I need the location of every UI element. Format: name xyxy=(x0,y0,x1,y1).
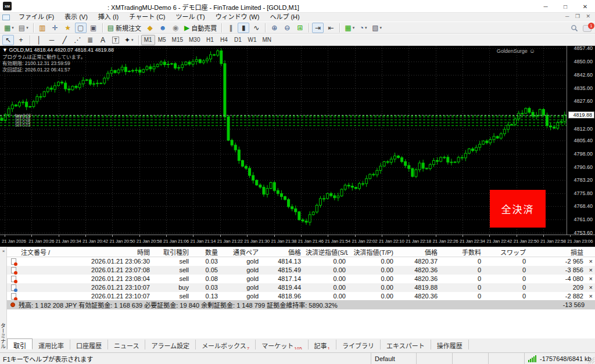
arrows-button[interactable]: ✦▾ xyxy=(123,35,135,45)
new-chart-dropdown-icon[interactable]: ▾ xyxy=(12,26,14,30)
auto-scroll-button[interactable]: ⇥ xyxy=(312,23,324,33)
tab-0[interactable]: 取引 xyxy=(7,338,33,349)
cursor-button[interactable]: ↖ xyxy=(2,35,14,45)
timeframe-M30[interactable]: M30 xyxy=(186,35,203,45)
terminal-panel-button[interactable]: ◆ xyxy=(144,23,156,33)
timeframe-H4[interactable]: H4 xyxy=(217,35,231,45)
tab-2[interactable]: 口座履歴 xyxy=(70,340,108,349)
timeframe-M15[interactable]: M15 xyxy=(169,35,186,45)
search-icon[interactable] xyxy=(571,24,578,32)
orders-header-3[interactable]: 数量 xyxy=(191,247,220,257)
terminal-vertical-tab[interactable]: ターミナル xyxy=(0,323,7,349)
chart-plot[interactable]: ▼ GOLD,M1 4818.44 4820.07 4818.41 4819.8… xyxy=(0,46,567,235)
order-close-icon[interactable]: × xyxy=(586,266,595,275)
arrows-dropdown-icon[interactable]: ▾ xyxy=(131,38,134,42)
orders-header-11[interactable]: 損益 xyxy=(528,247,586,257)
data-window-button[interactable]: ▢ xyxy=(75,23,87,33)
timeframe-M5[interactable]: M5 xyxy=(155,35,169,45)
strategy-tester-button[interactable]: ▣ xyxy=(88,23,99,33)
bar-chart-button[interactable]: ∥ xyxy=(225,23,236,33)
mql5-community-button[interactable]: ☻ xyxy=(157,23,169,33)
tile-windows-button[interactable]: ⊞ xyxy=(294,23,306,33)
candlestick-chart-button[interactable]: ▮ xyxy=(238,23,249,33)
timeframe-D1[interactable]: D1 xyxy=(231,35,245,45)
periods-button[interactable]: ◔▾ xyxy=(357,23,369,33)
crosshair-button[interactable]: + xyxy=(15,35,27,45)
profiles-button[interactable]: ▤▾ xyxy=(17,23,30,33)
timeframe-MN[interactable]: MN xyxy=(259,35,274,45)
new-order-button[interactable]: ▤新規注文 xyxy=(106,23,143,33)
profiles-dropdown-icon[interactable]: ▾ xyxy=(26,26,28,30)
orders-header-6[interactable]: 決済逆指値(S/L) xyxy=(303,247,348,257)
chart-system-icon[interactable] xyxy=(2,15,10,20)
orders-header-9[interactable]: 手数料 xyxy=(440,247,483,257)
tab-1[interactable]: 運用比率 xyxy=(33,340,70,349)
ea-smiley-icon[interactable]: ☺ xyxy=(529,48,535,54)
indicators-dropdown-icon[interactable]: ▾ xyxy=(353,26,355,30)
menu-item-6[interactable]: ヘルプ (H) xyxy=(264,13,304,21)
new-chart-button[interactable]: ▦▾ xyxy=(2,23,16,33)
menu-item-1[interactable]: 表示 (V) xyxy=(59,13,93,21)
order-row-3[interactable]: 2026.01.21 23:10:07buy0.03gold4819.440.0… xyxy=(7,283,595,292)
indicators-button[interactable]: ▦▾ xyxy=(343,23,356,33)
tab-8[interactable]: ライブラリ xyxy=(336,340,381,349)
order-row-4[interactable]: 2026.01.21 23:10:07sell0.13gold4818.960.… xyxy=(7,292,595,301)
tab-3[interactable]: ニュース xyxy=(108,340,145,349)
chart-area[interactable]: ▼ GOLD,M1 4818.44 4820.07 4818.41 4819.8… xyxy=(0,46,595,247)
fibonacci-button[interactable]: ≣ xyxy=(84,35,96,45)
templates-button[interactable]: ▧▾ xyxy=(370,23,383,33)
orders-header-8[interactable]: 価格 xyxy=(396,247,440,257)
order-row-1[interactable]: 2026.01.21 23:07:08sell0.05gold4815.490.… xyxy=(7,266,595,275)
auto-trading-button[interactable]: ▶自動売買 xyxy=(182,23,218,33)
text-button[interactable]: A xyxy=(97,35,109,45)
navigator-crosshair-button[interactable]: ✛ xyxy=(49,23,61,33)
menu-item-4[interactable]: ツール (T) xyxy=(171,13,210,21)
zoom-in-button[interactable]: ⊕ xyxy=(268,23,280,33)
terminal-close-icon[interactable]: × xyxy=(1,248,6,254)
order-close-icon[interactable]: × xyxy=(586,275,595,283)
chart-shift-button[interactable]: ⇤ xyxy=(325,23,336,33)
orders-header-1[interactable]: 時間 xyxy=(70,247,152,257)
menu-item-2[interactable]: 挿入 (I) xyxy=(93,13,124,21)
zoom-out-button[interactable]: ⊖ xyxy=(281,23,293,33)
orders-header-7[interactable]: 決済指値(T/P) xyxy=(348,247,396,257)
trendline-button[interactable]: ╱ xyxy=(59,35,70,45)
notifications-icon[interactable]: 1 xyxy=(583,25,592,32)
order-row-0[interactable]: 2026.01.21 23:06:30sell0.03gold4814.130.… xyxy=(7,257,595,266)
close-button[interactable]: ✕ xyxy=(575,0,595,13)
chart-window-controls[interactable]: ─ ❐ ✕ xyxy=(565,13,593,19)
menu-item-3[interactable]: チャート (C) xyxy=(124,13,170,21)
orders-header-2[interactable]: 取引種別 xyxy=(152,247,191,257)
tab-4[interactable]: アラーム設定 xyxy=(145,340,196,349)
orders-header-4[interactable]: 通貨ペア xyxy=(220,247,261,257)
order-close-icon[interactable]: × xyxy=(586,292,595,301)
tab-7[interactable]: 記事1 xyxy=(309,340,336,349)
vertical-line-button[interactable]: │ xyxy=(33,35,45,45)
tab-10[interactable]: 操作履歴 xyxy=(431,340,469,349)
status-profile[interactable]: Default xyxy=(371,353,416,364)
market-watch-button[interactable]: ▥ xyxy=(37,23,48,33)
orders-header-0[interactable]: 注文番号 / xyxy=(19,247,70,257)
timeframe-H1[interactable]: H1 xyxy=(203,35,217,45)
tab-5[interactable]: メールボックス7 xyxy=(196,340,256,349)
web-terminal-button[interactable]: ◉ xyxy=(170,23,181,33)
minimize-button[interactable]: ─ xyxy=(536,0,555,13)
close-all-button[interactable]: 全決済 xyxy=(490,190,546,228)
timeframe-W1[interactable]: W1 xyxy=(245,35,259,45)
text-label-button[interactable]: T xyxy=(110,35,121,45)
orders-header-10[interactable]: スワップ xyxy=(483,247,528,257)
equidistant-channel-button[interactable]: ⋰ xyxy=(71,35,83,45)
resize-grip[interactable] xyxy=(587,356,594,363)
maximize-button[interactable]: □ xyxy=(555,0,575,13)
order-close-icon[interactable]: × xyxy=(586,257,595,266)
menu-item-0[interactable]: ファイル (F) xyxy=(13,13,59,21)
tab-9[interactable]: エキスパート xyxy=(381,340,431,349)
order-row-2[interactable]: 2026.01.21 23:08:04sell0.08gold4817.140.… xyxy=(7,275,595,283)
order-close-icon[interactable]: × xyxy=(586,283,595,292)
favorites-button[interactable]: ★ xyxy=(62,23,74,33)
templates-dropdown-icon[interactable]: ▾ xyxy=(380,26,382,30)
menu-item-5[interactable]: ウィンドウ (W) xyxy=(210,13,265,21)
timeframe-M1[interactable]: M1 xyxy=(141,35,155,45)
tab-6[interactable]: マーケット105 xyxy=(256,340,308,349)
horizontal-line-button[interactable]: ─ xyxy=(46,35,58,45)
